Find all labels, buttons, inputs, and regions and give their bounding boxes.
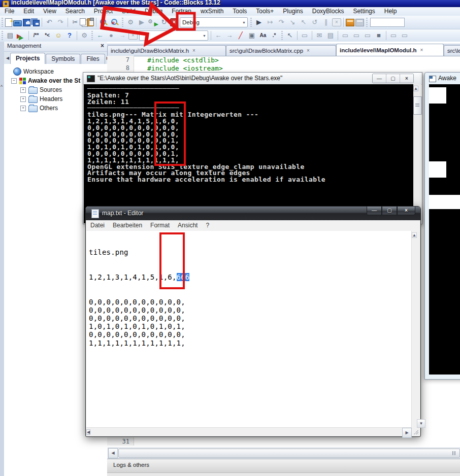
notepad-vscrollbar[interactable]: ▲ ▼ [411,231,420,428]
console-close-button[interactable]: × [400,74,413,83]
editor-tab[interactable]: src\gui\DrawBlockMatrix.cpp × [226,45,336,56]
step-into-icon[interactable]: ↘ [287,17,298,27]
expand-icon[interactable]: + [20,106,26,111]
notepad-maximize-button[interactable]: ▢ [382,207,397,215]
next-instruction-icon[interactable]: ↺ [310,17,320,27]
next-line-icon[interactable]: ↷ [276,17,286,27]
console-scroll-thumb[interactable] [413,96,422,115]
menu-item[interactable]: Build [117,7,140,16]
font-icon[interactable]: Aa [258,30,268,41]
save-all-icon[interactable] [33,20,40,26]
dropdown-arrow-icon[interactable]: ▼ [241,21,247,24]
management-tab[interactable]: Files [81,54,105,64]
notepad-minimize-button[interactable]: — [367,207,382,215]
resize-grip[interactable] [412,428,420,436]
various-info-icon[interactable] [355,19,364,26]
copy-icon[interactable] [80,18,86,25]
scroll-down-icon[interactable]: ▼ [417,419,425,428]
management-tab[interactable]: Projects [10,53,45,64]
expand-icon[interactable]: + [20,87,26,93]
open-file-icon[interactable] [13,20,22,26]
doxy-help-icon[interactable]: ? [64,30,75,41]
incsearch-clear-icon[interactable]: × [128,31,138,40]
close-tab-icon[interactable]: × [307,46,310,56]
close-tab-icon[interactable]: × [192,46,195,56]
doxy-smiley-icon[interactable]: ☺ [53,30,63,41]
doxy-block-comment-icon[interactable]: /** [31,30,41,41]
rebuild-icon[interactable]: ↻ [159,17,169,27]
menu-item[interactable]: Search [61,7,89,16]
menu-item[interactable]: File [0,7,19,16]
incsearch-forward-icon[interactable]: → [117,30,127,41]
save-icon[interactable] [23,19,30,26]
wxs-border1-icon[interactable]: ▭ [388,30,399,41]
ide-title-bar[interactable]: include\level\MapIOModul.h [Awake over t… [0,0,460,7]
notepad-menu-item[interactable]: Datei [86,220,109,231]
editor-tab[interactable]: include\level\MapIOModul.h × [336,44,444,56]
wxsmith-icon[interactable]: ▶▶ [16,30,26,41]
nav-forward-icon[interactable]: → [224,30,235,41]
management-tab[interactable]: Symbols [46,54,80,64]
paste-icon[interactable] [87,18,94,26]
dropdown-arrow-icon[interactable]: ▼ [201,34,208,38]
menu-item[interactable]: wxSmith [196,7,228,16]
menu-item[interactable]: Tools [228,7,251,16]
notepad-title-bar[interactable]: map.txt - Editor — ▢ × [86,207,420,220]
step-out-icon[interactable]: ↖ [299,17,309,27]
console-maximize-button[interactable]: ▢ [386,74,400,83]
pointer-icon[interactable]: ↖ [285,30,295,41]
close-tab-icon[interactable]: × [420,45,423,55]
notepad-menu-item[interactable]: Format [146,220,174,231]
incsearch-back-icon[interactable]: ← [95,30,105,41]
wxs-frame-icon[interactable]: ▭ [300,30,310,41]
debug-continue-icon[interactable]: ▶ [254,17,264,27]
menu-item[interactable]: Edit [19,7,39,16]
run-to-cursor-icon[interactable]: ↦ [265,17,275,27]
cut-icon[interactable]: ✂ [70,17,80,27]
undo-icon[interactable]: ↶ [44,17,54,27]
find-icon[interactable] [98,17,109,27]
menu-item[interactable]: Debug [140,7,167,16]
menu-item[interactable]: DoxyBlocks [308,7,349,16]
build-and-run-icon[interactable]: ⚙▶ [148,17,158,27]
wxs-border2-icon[interactable]: ▭ [400,30,410,41]
scroll-left-icon[interactable]: ◀ [108,448,118,458]
doxy-line-comment-icon[interactable]: *< [42,30,52,41]
game-window[interactable]: Awake [424,72,460,380]
notepad-window[interactable]: map.txt - Editor — ▢ × DateiBearbeitenFo… [85,206,421,437]
wxs-dialog-icon[interactable]: ✉ [314,30,324,41]
notepad-hscrollbar[interactable]: ◀ ▶ [86,427,412,436]
console-scrollbar[interactable]: ▲ [413,84,421,223]
menu-item[interactable]: Help [380,7,402,16]
management-close-icon[interactable]: × [101,42,104,49]
stop-debugger-icon[interactable]: × [332,18,341,26]
tabs-scroll-left-icon[interactable]: ◀ [5,56,10,60]
editor-hscroll-thumb[interactable] [118,449,460,458]
run-icon[interactable]: ▶ [137,17,147,27]
menu-item[interactable]: Settings [348,7,379,16]
code-line[interactable]: 7 #include <cstdlib> [107,56,219,64]
scroll-right-icon[interactable]: ▶ [402,428,412,438]
scroll-left-icon[interactable]: ◀ [86,429,90,435]
menu-item[interactable]: Plugins [278,7,307,16]
highlight-icon[interactable]: ╱ [236,30,246,41]
insert-block-icon[interactable]: ▣ [247,30,257,41]
game-title-bar[interactable]: Awake [425,73,460,84]
scroll-up-icon[interactable]: ▲ [412,232,417,238]
wxs-sizer1-icon[interactable]: ▭ [340,30,350,41]
menu-item[interactable]: Tools+ [251,7,278,16]
notepad-menu-item[interactable]: ? [202,220,213,231]
collapse-icon[interactable]: − [11,78,17,84]
regex-icon[interactable]: .* [269,30,279,41]
notepad-menu-item[interactable]: Bearbeiten [109,220,146,231]
notepad-close-button[interactable]: × [397,207,415,215]
new-file-icon[interactable] [5,18,12,27]
break-debugger-icon[interactable]: ∥ [321,17,331,27]
notepad-text-area[interactable]: tiles.png 1,2,1,3,1,4,1,5,1,6,666 0,0,0,… [86,231,420,436]
console-minimize-button[interactable]: — [373,74,386,83]
compile-icon[interactable]: ⚙ [125,17,136,27]
menu-item[interactable]: View [39,7,61,16]
logs-panel-header[interactable]: Logs & others [107,459,460,473]
notepad-menu-item[interactable]: Ansicht [174,220,202,231]
menu-item[interactable]: Project [89,7,117,16]
